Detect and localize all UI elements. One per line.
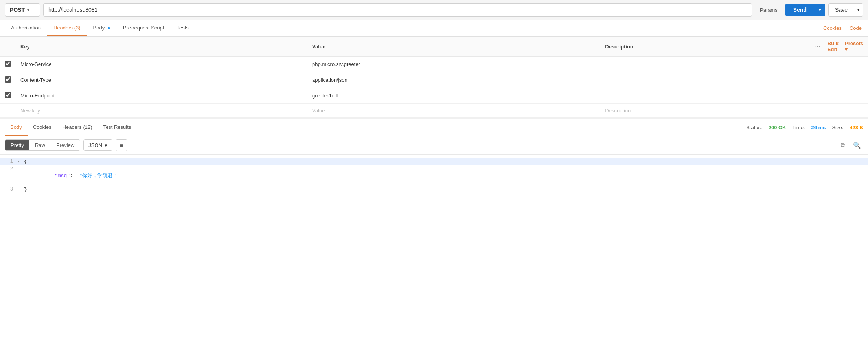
format-tab-preview[interactable]: Preview [51, 140, 80, 150]
line-toggle-3 [18, 186, 24, 187]
line-content-3: } [24, 186, 27, 193]
response-tabs: Body Cookies Headers (12) Test Results S… [0, 119, 868, 136]
tab-headers[interactable]: Headers (3) [47, 20, 87, 36]
row-key: Content-Type [16, 72, 307, 88]
send-dropdown-button[interactable]: ▾ [815, 4, 825, 16]
row-actions [809, 57, 868, 72]
row-description [600, 88, 809, 104]
row-value: application/json [307, 72, 600, 88]
send-button[interactable]: Send [785, 4, 815, 16]
row-value: greeter/hello [307, 88, 600, 104]
more-actions-icon[interactable]: ··· [814, 43, 821, 50]
line-num-3: 3 [0, 186, 18, 193]
format-tab-raw[interactable]: Raw [29, 140, 51, 150]
code-line-2: 2 "msg": "你好，学院君" [0, 165, 868, 186]
tab-authorization[interactable]: Authorization [5, 20, 47, 36]
search-button[interactable]: 🔍 [851, 139, 863, 151]
save-button-group: Save ▾ [828, 3, 863, 17]
new-header-row: New key Value Description [0, 104, 868, 118]
new-row-description[interactable]: Description [600, 104, 809, 118]
row-checkbox-cell [0, 57, 16, 72]
th-actions: ··· Bulk Edit Presets ▾ [809, 37, 868, 57]
presets-link[interactable]: Presets ▾ [845, 40, 863, 52]
table-row: Micro-Service php.micro.srv.greeter [0, 57, 868, 72]
save-dropdown-button[interactable]: ▾ [854, 4, 863, 16]
new-row-value[interactable]: Value [307, 104, 600, 118]
row-key: Micro-Service [16, 57, 307, 72]
th-checkbox [0, 37, 16, 57]
code-line-1: 1 ▾ { [0, 158, 868, 165]
response-status: Status: 200 OK Time: 26 ms Size: 428 B [746, 125, 863, 130]
line-content-2: "msg": "你好，学院君" [24, 165, 116, 186]
line-toggle-2 [18, 165, 24, 167]
code-line-3: 3 } [0, 186, 868, 193]
url-input[interactable] [43, 3, 752, 17]
view-format-group: Pretty Raw Preview [5, 139, 80, 151]
line-content-1: { [24, 158, 27, 165]
body-dot: ● [107, 25, 110, 31]
line-toggle-1[interactable]: ▾ [18, 158, 24, 164]
tab-pre-request[interactable]: Pre-request Script [117, 20, 171, 36]
size-label: Size: [832, 125, 843, 130]
new-row-actions [809, 104, 868, 118]
table-row: Micro-Endpoint greeter/hello [0, 88, 868, 104]
row-key: Micro-Endpoint [16, 88, 307, 104]
headers-table: Key Value Description ··· Bulk Edit Pres… [0, 37, 868, 118]
th-value: Value [307, 37, 600, 57]
resp-tab-test-results[interactable]: Test Results [98, 119, 137, 136]
json-chevron: ▾ [105, 142, 107, 148]
row-description [600, 57, 809, 72]
method-chevron: ▾ [27, 8, 29, 12]
status-label: Status: [746, 125, 762, 130]
headers-section: Key Value Description ··· Bulk Edit Pres… [0, 37, 868, 118]
format-tab-pretty[interactable]: Pretty [5, 140, 29, 150]
row-value: php.micro.srv.greeter [307, 57, 600, 72]
top-right-links: Cookies Code [822, 20, 863, 36]
new-row-key[interactable]: New key [16, 104, 307, 118]
size-value: 428 B [850, 125, 863, 130]
headers-badge: (3) [74, 25, 81, 31]
new-row-check [0, 104, 16, 118]
copy-button[interactable]: ⧉ [839, 139, 848, 151]
resp-tab-cookies[interactable]: Cookies [28, 119, 57, 136]
row-checkbox[interactable] [5, 76, 11, 83]
row-checkbox-cell [0, 72, 16, 88]
line-num-1: 1 [0, 158, 18, 165]
line-num-2: 2 [0, 165, 18, 172]
time-label: Time: [792, 125, 805, 130]
response-code-area: 1 ▾ { 2 "msg": "你好，学院君" 3 } [0, 155, 868, 233]
method-selector[interactable]: POST ▾ [5, 3, 40, 17]
tab-tests[interactable]: Tests [170, 20, 195, 36]
status-value: 200 OK [769, 125, 786, 130]
tab-body[interactable]: Body ● [87, 20, 117, 36]
json-format-selector[interactable]: JSON ▾ [83, 139, 112, 151]
format-bar: Pretty Raw Preview JSON ▾ ≡ ⧉ 🔍 [0, 136, 868, 155]
bulk-edit-link[interactable]: Bulk Edit [828, 40, 839, 52]
row-description [600, 72, 809, 88]
method-label: POST [10, 7, 25, 13]
resp-tab-body[interactable]: Body [5, 119, 28, 136]
code-link[interactable]: Code [848, 20, 863, 36]
time-value: 26 ms [811, 125, 826, 130]
request-tabs: Authorization Headers (3) Body ● Pre-req… [0, 20, 868, 37]
row-checkbox-cell [0, 88, 16, 104]
cookies-link[interactable]: Cookies [822, 20, 843, 36]
resp-tab-headers[interactable]: Headers (12) [57, 119, 98, 136]
params-button[interactable]: Params [755, 4, 782, 16]
th-key: Key [16, 37, 307, 57]
row-actions [809, 72, 868, 88]
save-button[interactable]: Save [829, 4, 854, 16]
table-row: Content-Type application/json [0, 72, 868, 88]
json-label: JSON [88, 142, 102, 148]
wrap-icon-button[interactable]: ≡ [116, 139, 127, 151]
row-checkbox[interactable] [5, 92, 11, 98]
row-actions [809, 88, 868, 104]
send-button-group: Send ▾ [785, 4, 825, 16]
row-checkbox[interactable] [5, 61, 11, 67]
top-bar: POST ▾ Params Send ▾ Save ▾ [0, 0, 868, 20]
th-description: Description [600, 37, 809, 57]
